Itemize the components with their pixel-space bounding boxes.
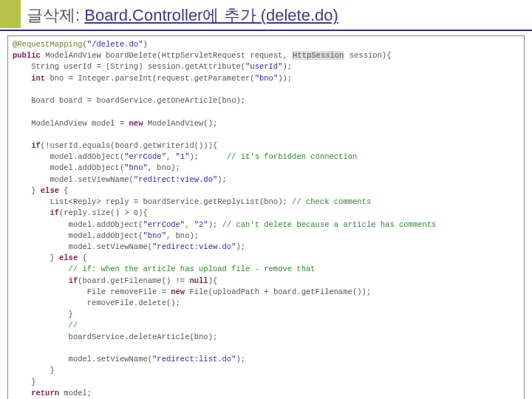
slide-title: 글삭제: Board.Controller에 추가 (delete.do) <box>0 0 532 31</box>
title-part1: 글삭제: <box>27 6 80 24</box>
code-block: @RequestMapping("/delete.do") public Mod… <box>7 35 525 399</box>
accent-bar <box>0 0 21 28</box>
title-part2: Board.Controller에 추가 (delete.do) <box>84 6 338 24</box>
highlight: HttpSession <box>292 51 344 60</box>
